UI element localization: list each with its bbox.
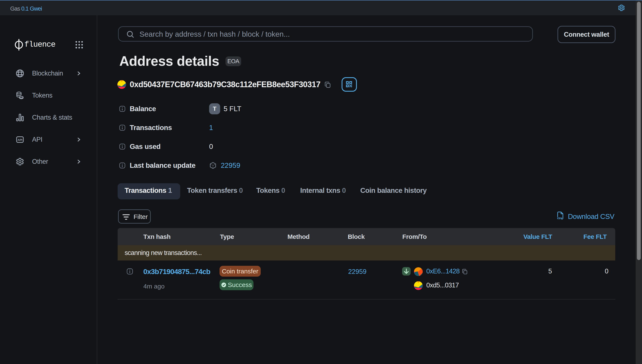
svg-text:API: API — [18, 138, 23, 142]
svg-text:csv: csv — [557, 216, 562, 220]
